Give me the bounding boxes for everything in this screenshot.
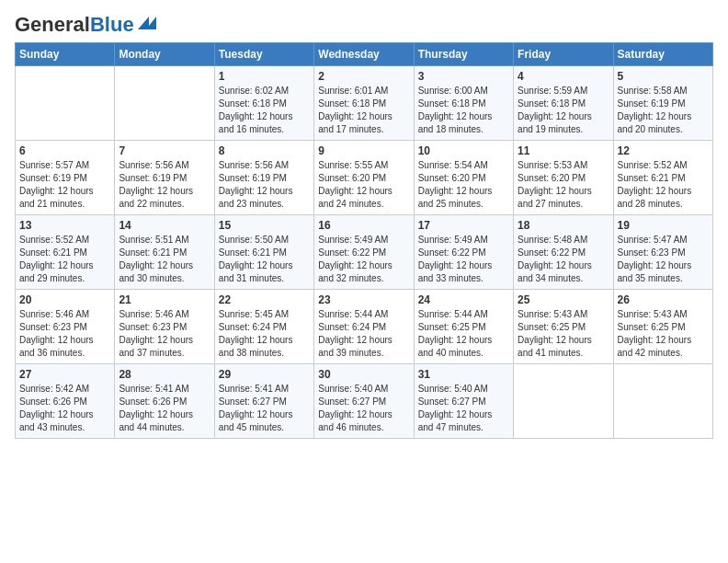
day-info: Sunrise: 5:57 AM Sunset: 6:19 PM Dayligh… — [19, 159, 110, 211]
header-cell-friday: Friday — [514, 43, 613, 66]
logo-blue: Blue — [90, 13, 134, 36]
day-cell: 7Sunrise: 5:56 AM Sunset: 6:19 PM Daylig… — [115, 141, 214, 215]
day-number: 17 — [418, 219, 509, 232]
logo: GeneralBlue — [15, 15, 156, 35]
day-info: Sunrise: 5:42 AM Sunset: 6:26 PM Dayligh… — [19, 383, 110, 434]
day-info: Sunrise: 5:41 AM Sunset: 6:26 PM Dayligh… — [119, 383, 210, 434]
header-cell-sunday: Sunday — [16, 43, 115, 66]
day-cell: 22Sunrise: 5:45 AM Sunset: 6:24 PM Dayli… — [214, 290, 313, 364]
day-cell: 21Sunrise: 5:46 AM Sunset: 6:23 PM Dayli… — [115, 290, 214, 364]
day-info: Sunrise: 5:54 AM Sunset: 6:20 PM Dayligh… — [418, 159, 509, 211]
day-cell: 11Sunrise: 5:53 AM Sunset: 6:20 PM Dayli… — [514, 141, 613, 215]
day-number: 21 — [119, 293, 210, 306]
day-info: Sunrise: 5:41 AM Sunset: 6:27 PM Dayligh… — [219, 383, 310, 434]
day-number: 3 — [418, 70, 509, 83]
day-cell: 9Sunrise: 5:55 AM Sunset: 6:20 PM Daylig… — [314, 141, 414, 215]
day-info: Sunrise: 6:02 AM Sunset: 6:18 PM Dayligh… — [219, 85, 310, 136]
day-cell: 31Sunrise: 5:40 AM Sunset: 6:27 PM Dayli… — [414, 364, 513, 439]
day-number: 14 — [119, 219, 210, 232]
day-number: 19 — [618, 219, 709, 232]
header-cell-thursday: Thursday — [414, 43, 513, 66]
day-cell: 3Sunrise: 6:00 AM Sunset: 6:18 PM Daylig… — [414, 66, 513, 141]
day-number: 12 — [618, 144, 709, 157]
day-cell: 6Sunrise: 5:57 AM Sunset: 6:19 PM Daylig… — [16, 141, 115, 215]
day-number: 4 — [518, 70, 609, 83]
logo-icon — [136, 13, 156, 33]
day-number: 1 — [219, 70, 310, 83]
day-info: Sunrise: 5:56 AM Sunset: 6:19 PM Dayligh… — [219, 159, 310, 211]
header-cell-monday: Monday — [115, 43, 214, 66]
logo-text: GeneralBlue — [15, 15, 134, 35]
day-number: 7 — [119, 144, 210, 157]
day-number: 6 — [19, 144, 110, 157]
day-cell: 24Sunrise: 5:44 AM Sunset: 6:25 PM Dayli… — [414, 290, 513, 364]
day-number: 29 — [219, 368, 310, 381]
day-number: 18 — [518, 219, 609, 232]
day-info: Sunrise: 5:47 AM Sunset: 6:23 PM Dayligh… — [618, 234, 709, 285]
day-cell — [16, 66, 115, 141]
day-number: 8 — [219, 144, 310, 157]
day-info: Sunrise: 5:46 AM Sunset: 6:23 PM Dayligh… — [19, 308, 110, 360]
day-number: 20 — [19, 293, 110, 306]
day-info: Sunrise: 5:43 AM Sunset: 6:25 PM Dayligh… — [518, 308, 609, 360]
week-row-2: 6Sunrise: 5:57 AM Sunset: 6:19 PM Daylig… — [16, 141, 713, 215]
day-cell: 13Sunrise: 5:52 AM Sunset: 6:21 PM Dayli… — [16, 215, 115, 290]
day-number: 28 — [119, 368, 210, 381]
day-number: 30 — [318, 368, 409, 381]
week-row-3: 13Sunrise: 5:52 AM Sunset: 6:21 PM Dayli… — [16, 215, 713, 290]
day-cell: 15Sunrise: 5:50 AM Sunset: 6:21 PM Dayli… — [214, 215, 313, 290]
day-cell: 5Sunrise: 5:58 AM Sunset: 6:19 PM Daylig… — [613, 66, 712, 141]
day-number: 23 — [318, 293, 409, 306]
day-info: Sunrise: 5:53 AM Sunset: 6:20 PM Dayligh… — [518, 159, 609, 211]
day-info: Sunrise: 5:43 AM Sunset: 6:25 PM Dayligh… — [618, 308, 709, 360]
header-row: SundayMondayTuesdayWednesdayThursdayFrid… — [16, 43, 713, 66]
day-cell: 14Sunrise: 5:51 AM Sunset: 6:21 PM Dayli… — [115, 215, 214, 290]
day-cell: 2Sunrise: 6:01 AM Sunset: 6:18 PM Daylig… — [314, 66, 414, 141]
day-info: Sunrise: 5:46 AM Sunset: 6:23 PM Dayligh… — [119, 308, 210, 360]
day-info: Sunrise: 5:50 AM Sunset: 6:21 PM Dayligh… — [219, 234, 310, 285]
day-cell: 17Sunrise: 5:49 AM Sunset: 6:22 PM Dayli… — [414, 215, 513, 290]
day-info: Sunrise: 5:44 AM Sunset: 6:24 PM Dayligh… — [318, 308, 409, 360]
day-cell: 16Sunrise: 5:49 AM Sunset: 6:22 PM Dayli… — [314, 215, 414, 290]
week-row-1: 1Sunrise: 6:02 AM Sunset: 6:18 PM Daylig… — [16, 66, 713, 141]
header-cell-wednesday: Wednesday — [314, 43, 414, 66]
day-cell: 27Sunrise: 5:42 AM Sunset: 6:26 PM Dayli… — [16, 364, 115, 439]
day-info: Sunrise: 5:59 AM Sunset: 6:18 PM Dayligh… — [518, 85, 609, 136]
day-cell: 10Sunrise: 5:54 AM Sunset: 6:20 PM Dayli… — [414, 141, 513, 215]
day-info: Sunrise: 5:52 AM Sunset: 6:21 PM Dayligh… — [618, 159, 709, 211]
day-cell: 4Sunrise: 5:59 AM Sunset: 6:18 PM Daylig… — [514, 66, 613, 141]
day-number: 24 — [418, 293, 509, 306]
day-number: 2 — [318, 70, 409, 83]
day-cell: 19Sunrise: 5:47 AM Sunset: 6:23 PM Dayli… — [613, 215, 712, 290]
day-info: Sunrise: 5:45 AM Sunset: 6:24 PM Dayligh… — [219, 308, 310, 360]
day-cell: 25Sunrise: 5:43 AM Sunset: 6:25 PM Dayli… — [514, 290, 613, 364]
day-number: 31 — [418, 368, 509, 381]
day-number: 25 — [518, 293, 609, 306]
day-cell: 28Sunrise: 5:41 AM Sunset: 6:26 PM Dayli… — [115, 364, 214, 439]
week-row-4: 20Sunrise: 5:46 AM Sunset: 6:23 PM Dayli… — [16, 290, 713, 364]
day-info: Sunrise: 5:49 AM Sunset: 6:22 PM Dayligh… — [418, 234, 509, 285]
day-cell — [115, 66, 214, 141]
day-cell: 8Sunrise: 5:56 AM Sunset: 6:19 PM Daylig… — [214, 141, 313, 215]
logo-general: General — [15, 13, 90, 36]
week-row-5: 27Sunrise: 5:42 AM Sunset: 6:26 PM Dayli… — [16, 364, 713, 439]
day-number: 27 — [19, 368, 110, 381]
header-cell-saturday: Saturday — [613, 43, 712, 66]
day-number: 5 — [618, 70, 709, 83]
day-cell — [514, 364, 613, 439]
day-cell: 23Sunrise: 5:44 AM Sunset: 6:24 PM Dayli… — [314, 290, 414, 364]
day-info: Sunrise: 5:44 AM Sunset: 6:25 PM Dayligh… — [418, 308, 509, 360]
day-cell: 18Sunrise: 5:48 AM Sunset: 6:22 PM Dayli… — [514, 215, 613, 290]
day-number: 10 — [418, 144, 509, 157]
day-info: Sunrise: 5:49 AM Sunset: 6:22 PM Dayligh… — [318, 234, 409, 285]
day-number: 22 — [219, 293, 310, 306]
day-number: 26 — [618, 293, 709, 306]
day-cell: 29Sunrise: 5:41 AM Sunset: 6:27 PM Dayli… — [214, 364, 313, 439]
day-info: Sunrise: 6:01 AM Sunset: 6:18 PM Dayligh… — [318, 85, 409, 136]
day-cell: 1Sunrise: 6:02 AM Sunset: 6:18 PM Daylig… — [214, 66, 313, 141]
day-info: Sunrise: 5:52 AM Sunset: 6:21 PM Dayligh… — [19, 234, 110, 285]
day-cell: 20Sunrise: 5:46 AM Sunset: 6:23 PM Dayli… — [16, 290, 115, 364]
day-info: Sunrise: 5:58 AM Sunset: 6:19 PM Dayligh… — [618, 85, 709, 136]
day-info: Sunrise: 5:51 AM Sunset: 6:21 PM Dayligh… — [119, 234, 210, 285]
day-number: 15 — [219, 219, 310, 232]
